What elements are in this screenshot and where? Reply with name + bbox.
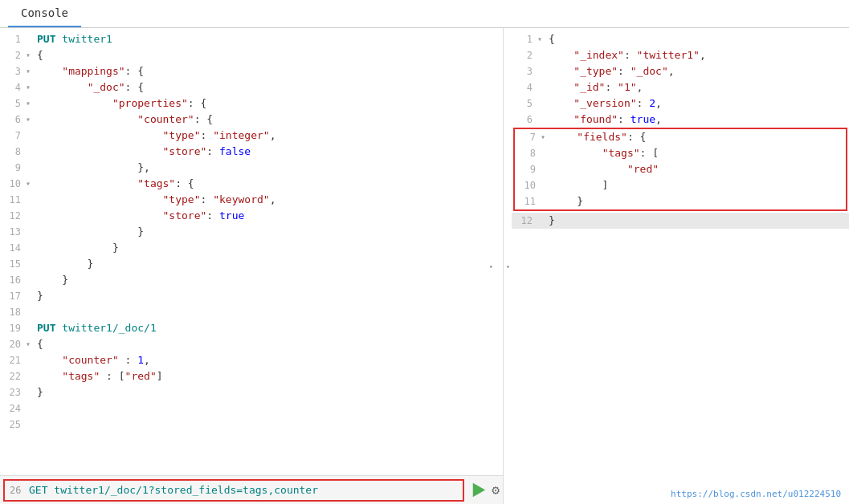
command-input[interactable] xyxy=(29,484,463,496)
table-row: 3 ▾ "mappings": { xyxy=(0,63,503,79)
watermark: https://blog.csdn.net/u012224510 xyxy=(671,489,841,499)
table-row: 9 "red" xyxy=(515,161,846,177)
table-row: 18 xyxy=(0,304,503,320)
line-num-26: 26 xyxy=(5,485,29,496)
table-row: 23 } xyxy=(0,384,503,400)
highlighted-block: 7 ▾ "fields": { 8 "tags": [ xyxy=(513,128,847,211)
table-row: 7 ▾ "fields": { xyxy=(515,129,846,145)
left-panel: 1 PUT twitter1 2 ▾ { 3 ▾ "mapping xyxy=(0,28,504,504)
code-area[interactable]: 1 PUT twitter1 2 ▾ { 3 ▾ "mapping xyxy=(0,28,503,475)
table-row: 15 } xyxy=(0,256,503,272)
left-code-lines: 1 PUT twitter1 2 ▾ { 3 ▾ "mapping xyxy=(0,28,503,436)
table-row: 8 "store": false xyxy=(0,144,503,160)
panel-divider: ··· xyxy=(504,28,512,504)
result-area[interactable]: 1 ▾ { 2 "_index": "twitter1", 3 xyxy=(512,28,849,504)
table-row: 5 ▾ "properties": { xyxy=(0,96,503,112)
table-row: 2 ▾ { xyxy=(0,47,503,63)
result-lines: 1 ▾ { 2 "_index": "twitter1", 3 xyxy=(512,28,849,232)
table-row: 22 "tags" : ["red"] xyxy=(0,368,503,384)
table-row: 21 "counter" : 1, xyxy=(0,352,503,368)
table-row: 12 } xyxy=(512,213,849,229)
table-row: 3 "_type": "_doc", xyxy=(512,63,849,79)
table-row: 10 ▾ "tags": { xyxy=(0,176,503,192)
table-row: 6 ▾ "counter": { xyxy=(0,112,503,128)
bottom-bar: 26 ⚙ xyxy=(0,475,503,504)
table-row: 7 "type": "integer", xyxy=(0,128,503,144)
right-panel: 1 ▾ { 2 "_index": "twitter1", 3 xyxy=(512,28,849,504)
table-row: 24 xyxy=(0,400,503,417)
tab-bar: Console xyxy=(0,0,849,28)
table-row: 14 } xyxy=(0,240,503,256)
table-row: 20 ▾ { xyxy=(0,336,503,352)
run-button[interactable] xyxy=(469,482,487,499)
table-row: 12 "store": true xyxy=(0,208,503,224)
table-row: 11 "type": "keyword", xyxy=(0,192,503,208)
table-row: 16 } xyxy=(0,272,503,288)
table-row: 9 }, xyxy=(0,160,503,176)
table-row: 25 xyxy=(0,417,503,433)
table-row: 1 PUT twitter1 xyxy=(0,31,503,47)
table-row: 19 PUT twitter1/_doc/1 xyxy=(0,320,503,336)
table-row: 4 "_id": "1", xyxy=(512,79,849,96)
table-row: 1 ▾ { xyxy=(512,31,849,47)
table-row: 2 "_index": "twitter1", xyxy=(512,47,849,63)
table-row: 5 "_version": 2, xyxy=(512,96,849,112)
table-row: 11 } xyxy=(515,193,846,209)
table-row: 8 "tags": [ xyxy=(515,145,846,161)
table-row: 4 ▾ "_doc": { xyxy=(0,79,503,96)
table-row: 13 } xyxy=(0,224,503,240)
table-row: 10 ] xyxy=(515,177,846,193)
main-area: 1 PUT twitter1 2 ▾ { 3 ▾ "mapping xyxy=(0,28,849,504)
command-input-wrapper: 26 xyxy=(3,479,464,502)
table-row: 17 } xyxy=(0,288,503,304)
tab-console[interactable]: Console xyxy=(8,0,81,27)
settings-icon[interactable]: ⚙ xyxy=(492,482,500,498)
table-row: 6 "found": true, xyxy=(512,112,849,128)
